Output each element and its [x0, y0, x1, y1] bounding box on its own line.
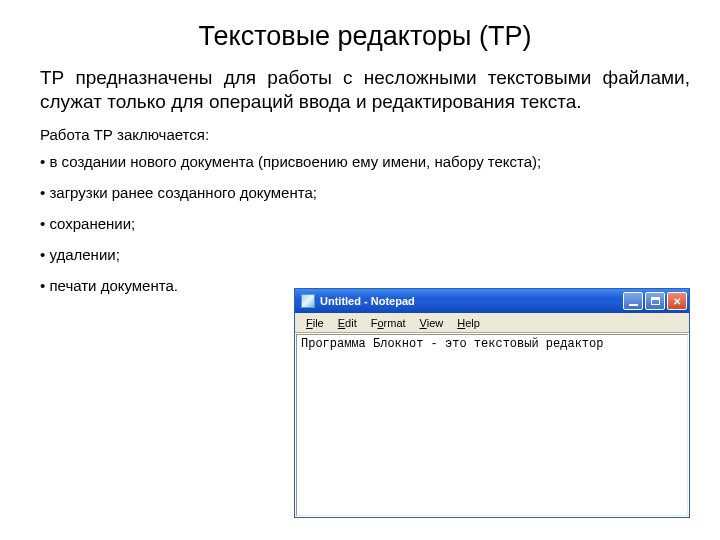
maximize-button[interactable]: [645, 292, 665, 310]
page-title: Текстовые редакторы (ТР): [40, 21, 690, 52]
text-area[interactable]: Программа Блокнот - это текстовый редакт…: [296, 334, 688, 516]
list-item: удалении;: [40, 246, 690, 263]
menu-view[interactable]: View: [413, 315, 451, 331]
list-item: в создании нового документа (присвоению …: [40, 153, 690, 170]
bullet-list: в создании нового документа (присвоению …: [40, 153, 690, 294]
window-title: Untitled - Notepad: [320, 295, 623, 307]
titlebar[interactable]: Untitled - Notepad ✕: [295, 289, 689, 313]
minimize-button[interactable]: [623, 292, 643, 310]
list-item: загрузки ранее созданного документа;: [40, 184, 690, 201]
menu-format[interactable]: Format: [364, 315, 413, 331]
intro-text: ТР предназначены для работы с несложными…: [40, 66, 690, 114]
close-button[interactable]: ✕: [667, 292, 687, 310]
notepad-window: Untitled - Notepad ✕ File Edit Format Vi…: [294, 288, 690, 518]
menu-edit[interactable]: Edit: [331, 315, 364, 331]
subheading: Работа ТР заключается:: [40, 126, 690, 143]
menu-file[interactable]: File: [299, 315, 331, 331]
list-item: сохранении;: [40, 215, 690, 232]
menu-help[interactable]: Help: [450, 315, 487, 331]
menubar: File Edit Format View Help: [295, 313, 689, 333]
notepad-icon: [301, 294, 315, 308]
